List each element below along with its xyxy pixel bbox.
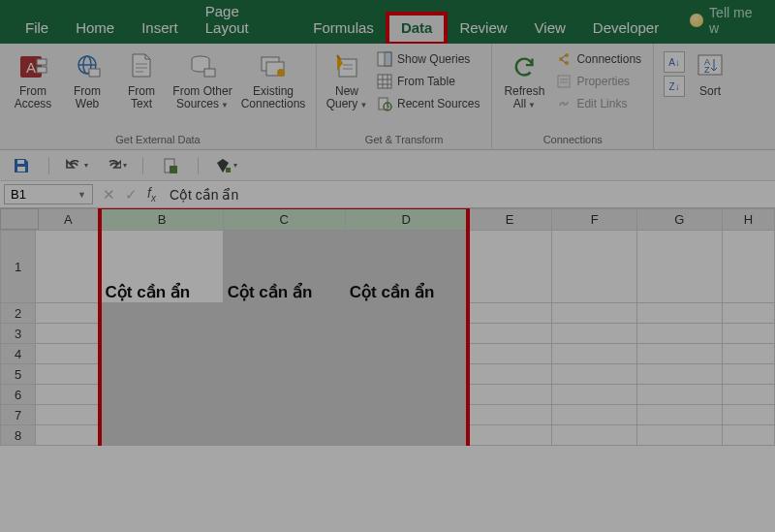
refresh-all-button[interactable]: Refresh All▼ [498,47,550,111]
column-header-E[interactable]: E [467,209,552,231]
row-header-6[interactable]: 6 [1,385,36,405]
cell-F2[interactable] [552,303,637,324]
cell-A1[interactable] [36,231,101,303]
row-header-3[interactable]: 3 [1,324,36,344]
row-header-5[interactable]: 5 [1,364,36,385]
cell-E2[interactable] [467,303,552,324]
cell-G8[interactable] [637,425,723,446]
properties-button[interactable]: Properties [550,72,647,91]
cell-D2[interactable] [345,303,467,324]
undo-button[interactable]: ▾ [65,154,88,177]
row-header-8[interactable]: 8 [1,425,36,446]
row-header-2[interactable]: 2 [1,303,36,324]
new-query-button[interactable]: New Query▼ [323,47,371,111]
column-header-F[interactable]: F [552,209,637,231]
cell-A6[interactable] [36,385,101,405]
cell-H4[interactable] [722,344,774,364]
row-header-4[interactable]: 4 [1,344,36,364]
cell-A3[interactable] [36,324,101,344]
column-header-A[interactable]: A [36,209,101,231]
cell-D7[interactable] [345,405,467,425]
from-other-sources-button[interactable]: From Other Sources▼ [169,47,236,111]
column-header-H[interactable]: H [722,209,774,231]
connections-button[interactable]: Connections [550,49,647,69]
cell-H2[interactable] [722,303,774,324]
select-all-corner[interactable] [0,208,39,230]
cell-H6[interactable] [722,385,774,405]
cell-C8[interactable] [223,425,345,446]
confirm-edit-icon[interactable]: ✓ [125,186,138,203]
column-header-G[interactable]: G [637,209,723,231]
column-header-D[interactable]: D [345,209,467,231]
cell-B8[interactable] [101,425,223,446]
cell-A2[interactable] [36,303,101,324]
cell-G2[interactable] [637,303,723,324]
cell-D6[interactable] [345,385,467,405]
cell-A8[interactable] [36,425,101,446]
sort-button[interactable]: AZ Sort [689,47,731,98]
cell-G4[interactable] [637,344,723,364]
tab-page-layout[interactable]: Page Layout [192,0,300,44]
cell-A4[interactable] [36,344,101,364]
edit-links-button[interactable]: Edit Links [550,94,647,113]
cell-H8[interactable] [722,425,774,446]
cell-G7[interactable] [637,405,723,425]
save-button[interactable] [10,154,33,177]
cell-E1[interactable] [467,231,552,303]
cell-F3[interactable] [552,324,637,344]
cell-C4[interactable] [223,344,345,364]
cell-G6[interactable] [637,385,723,405]
tab-home[interactable]: Home [62,14,128,44]
cell-D1[interactable]: Cột cần ẩn [345,231,467,303]
cell-C3[interactable] [223,324,345,344]
cell-C7[interactable] [223,405,345,425]
cell-F1[interactable] [552,231,637,303]
cell-H1[interactable] [722,231,774,303]
cell-H5[interactable] [722,364,774,385]
cell-F4[interactable] [552,344,637,364]
cell-D3[interactable] [345,324,467,344]
sort-asc-button[interactable]: A↓ [664,51,685,73]
cell-C1[interactable]: Cột cần ẩn [223,231,345,303]
cell-G3[interactable] [637,324,723,344]
cell-B5[interactable] [101,364,223,385]
cell-G5[interactable] [637,364,723,385]
cell-B1[interactable]: Cột cần ẩn [101,231,223,303]
cell-D5[interactable] [345,364,467,385]
from-access-button[interactable]: A From Access [6,47,60,110]
cell-A5[interactable] [36,364,101,385]
cell-E8[interactable] [467,425,552,446]
fx-icon[interactable]: fx [147,185,164,203]
cell-F8[interactable] [552,425,637,446]
recent-sources-button[interactable]: Recent Sources [371,94,485,113]
show-queries-button[interactable]: Show Queries [371,49,485,69]
cell-D4[interactable] [345,344,467,364]
cell-E4[interactable] [467,344,552,364]
sort-desc-button[interactable]: Z↓ [664,76,685,97]
cell-F7[interactable] [552,405,637,425]
cell-F5[interactable] [552,364,637,385]
tab-formulas[interactable]: Formulas [299,14,388,44]
redo-button[interactable]: ▾ [104,154,127,177]
tab-insert[interactable]: Insert [128,14,192,44]
cell-G1[interactable] [637,231,723,303]
tab-view[interactable]: View [521,14,579,44]
tab-developer[interactable]: Developer [579,14,672,44]
tell-me[interactable]: Tell me w [680,0,775,44]
row-header-1[interactable]: 1 [1,231,36,303]
cell-D8[interactable] [345,425,467,446]
cell-H3[interactable] [722,324,774,344]
cell-F6[interactable] [552,385,637,405]
tab-file[interactable]: File [12,14,62,44]
worksheet[interactable]: ABCDEFGH1Cột cần ẩnCột cần ẩnCột cần ẩn2… [0,208,775,446]
row-header-7[interactable]: 7 [1,405,36,425]
cell-E3[interactable] [467,324,552,344]
existing-connections-button[interactable]: Existing Connections [236,47,310,110]
from-table-button[interactable]: From Table [371,72,485,91]
cell-E7[interactable] [467,405,552,425]
cell-B7[interactable] [101,405,223,425]
from-web-button[interactable]: From Web [60,47,114,110]
cell-B3[interactable] [101,324,223,344]
cell-C5[interactable] [223,364,345,385]
cell-B2[interactable] [101,303,223,324]
